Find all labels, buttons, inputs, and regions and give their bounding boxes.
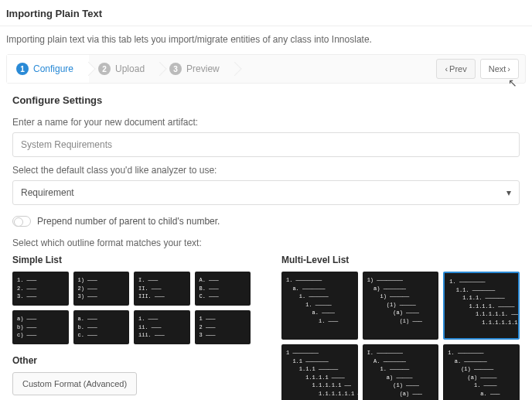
multi-list-option-5[interactable]: 1. ———————— a. ——————— (1) —————— (a) ——… — [443, 344, 520, 400]
select-value: Requirement — [21, 187, 74, 198]
multi-level-list-section: Multi-Level List 1. ———————— a. ——————— … — [281, 255, 520, 400]
step-number: 1 — [16, 63, 29, 75]
simple-list-section: Simple List 1. ——— 2. ——— 3. ———1) ——— 2… — [12, 255, 251, 400]
page-description: Importing plain text via this tab lets y… — [0, 26, 532, 54]
step-configure[interactable]: 1 Configure — [7, 55, 89, 83]
simple-list-title: Simple List — [12, 255, 251, 265]
outline-label: Select which outline format matches your… — [12, 238, 520, 248]
step-preview[interactable]: 3 Preview — [160, 55, 235, 83]
settings-title: Configure Settings — [12, 94, 520, 106]
step-number: 2 — [98, 63, 111, 75]
step-upload[interactable]: 2 Upload — [89, 55, 160, 83]
configure-settings-panel: Configure Settings Enter a name for your… — [0, 84, 532, 400]
name-label: Enter a name for your new document artif… — [12, 117, 520, 128]
step-label: Upload — [115, 63, 145, 74]
next-button[interactable]: Next › — [480, 59, 519, 79]
step-number: 3 — [169, 63, 182, 75]
simple-list-option-7[interactable]: 1 ——— 2 ——— 3 ——— — [195, 310, 251, 344]
simple-list-option-3[interactable]: A. ——— B. ——— C. ——— — [195, 272, 251, 306]
other-title: Other — [12, 355, 251, 366]
step-label: Configure — [33, 63, 73, 74]
page-title: Importing Plain Text — [0, 0, 532, 26]
multi-list-option-1[interactable]: 1) ———————— a) ——————— i) —————— (1) ———… — [363, 272, 439, 340]
prev-button[interactable]: ‹ Prev — [436, 59, 475, 79]
simple-list-option-6[interactable]: i. ——— ii. ——— iii. ——— — [134, 310, 190, 344]
multi-list-option-2[interactable]: 1. ———————— 1.1. ——————— 1.1.1. —————— 1… — [443, 272, 520, 340]
multi-list-option-3[interactable]: 1 ———————— 1.1 ——————— 1.1.1 —————— 1.1.… — [281, 344, 358, 400]
prepend-toggle[interactable] — [12, 216, 31, 227]
class-label: Select the default class you'd like anal… — [12, 165, 520, 176]
document-name-input[interactable] — [12, 132, 520, 157]
multi-list-title: Multi-Level List — [281, 255, 520, 265]
wizard-stepper: 1 Configure 2 Upload 3 Preview ‹ Prev Ne… — [6, 54, 526, 84]
default-class-select[interactable]: Requirement ▾ — [12, 180, 520, 205]
simple-list-option-4[interactable]: a) ——— b) ——— c) ——— — [12, 310, 69, 344]
multi-list-option-0[interactable]: 1. ———————— a. ——————— i. —————— 1. ————… — [281, 272, 358, 340]
prepend-label: Prepend number of parent to child's numb… — [37, 216, 220, 227]
multi-list-option-4[interactable]: I. ———————— A. ——————— 1. —————— a) ————… — [363, 344, 439, 400]
simple-list-option-0[interactable]: 1. ——— 2. ——— 3. ——— — [12, 272, 69, 306]
simple-list-option-5[interactable]: a. ——— b. ——— c. ——— — [73, 310, 130, 344]
chevron-right-icon: › — [507, 64, 510, 74]
chevron-down-icon: ▾ — [506, 187, 511, 198]
simple-list-option-1[interactable]: 1) ——— 2) ——— 3) ——— — [73, 272, 130, 306]
prev-label: Prev — [449, 64, 467, 74]
simple-list-option-2[interactable]: I. ——— II. ——— III. ——— — [134, 272, 190, 306]
chevron-left-icon: ‹ — [445, 64, 448, 74]
next-label: Next — [489, 64, 506, 74]
step-label: Preview — [186, 63, 220, 74]
custom-format-button[interactable]: Custom Format (Advanced) — [12, 372, 137, 395]
